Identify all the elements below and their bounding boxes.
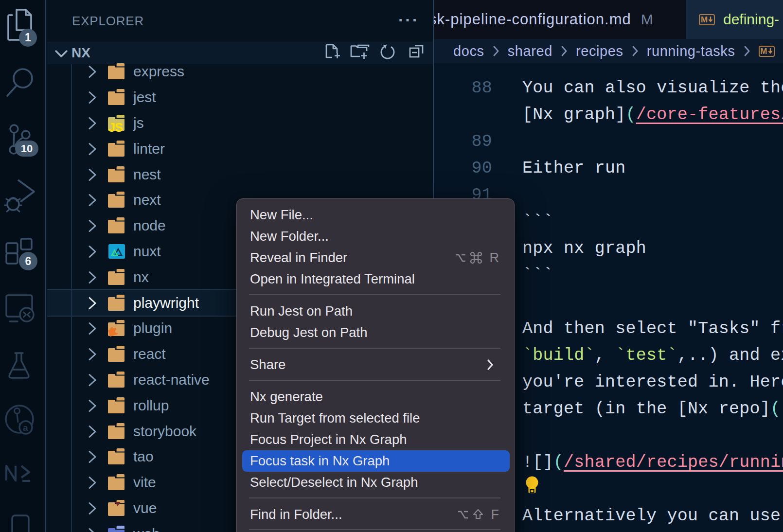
svg-text:a: a [23, 423, 28, 433]
